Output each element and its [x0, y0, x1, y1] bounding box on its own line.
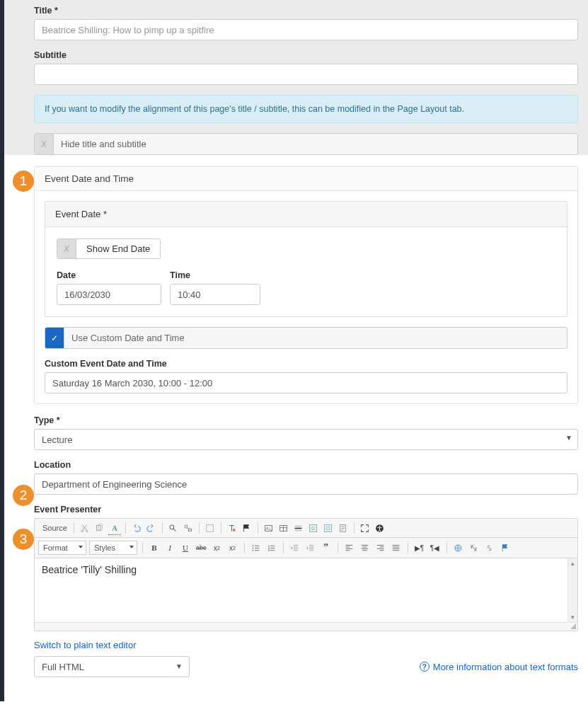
- subtitle-label: Subtitle: [34, 50, 578, 60]
- redo-button[interactable]: [145, 522, 158, 534]
- date-input[interactable]: [57, 284, 161, 305]
- specialchar-button[interactable]: Ω: [307, 522, 320, 534]
- anchor-flag-button[interactable]: [499, 541, 512, 554]
- text-format-info-link[interactable]: ? More information about text formats: [420, 662, 578, 672]
- ltr-button[interactable]: ▶¶: [413, 541, 426, 554]
- show-end-date-toggle[interactable]: X Show End Date: [57, 238, 161, 259]
- use-custom-datetime-toggle[interactable]: ✓ Use Custom Date and Time: [45, 327, 567, 349]
- time-input[interactable]: [170, 284, 260, 305]
- switch-editor-link[interactable]: Switch to plain text editor: [34, 640, 137, 650]
- editor-scrollbar[interactable]: ▴ ▾: [567, 558, 577, 622]
- svg-rect-8: [207, 524, 214, 531]
- link-button[interactable]: [452, 541, 465, 554]
- unlink-icon: [469, 543, 478, 553]
- editor-content[interactable]: Beatrice 'Tilly' Shilling ▴ ▾: [35, 558, 577, 622]
- custom-datetime-label: Custom Event Date and Time: [45, 359, 567, 369]
- svg-point-5: [170, 525, 174, 529]
- type-select[interactable]: Lecture: [34, 429, 578, 450]
- copy-icon: [95, 524, 104, 533]
- alignright-button[interactable]: [374, 541, 387, 554]
- source-button[interactable]: Source: [38, 523, 69, 533]
- show-end-date-checkbox[interactable]: X: [57, 239, 76, 258]
- superscript-button[interactable]: x2: [226, 541, 239, 554]
- date-label: Date: [57, 270, 161, 280]
- replace-button[interactable]: [182, 522, 195, 534]
- title-input[interactable]: [34, 19, 578, 40]
- underline-button[interactable]: U: [179, 541, 192, 554]
- title-label: Title *: [34, 6, 578, 16]
- event-datetime-heading: Event Date and Time: [35, 167, 577, 191]
- selectall-button[interactable]: [204, 522, 217, 534]
- cut-button[interactable]: [79, 522, 91, 534]
- indent-icon: [306, 543, 315, 553]
- alignleft-button[interactable]: [343, 541, 356, 554]
- use-custom-datetime-checkbox[interactable]: ✓: [45, 328, 64, 348]
- image-button[interactable]: [263, 522, 275, 534]
- alignjustify-button[interactable]: [390, 541, 403, 554]
- bold-button[interactable]: B: [148, 541, 161, 554]
- blockquote-button[interactable]: ”: [320, 541, 333, 554]
- spellcheck-button[interactable]: A: [108, 522, 121, 534]
- italic-button[interactable]: I: [163, 541, 176, 554]
- find-button[interactable]: [167, 522, 180, 534]
- numberlist-button[interactable]: 123: [265, 541, 278, 554]
- hr-icon: [294, 524, 303, 533]
- editor-resize-grip[interactable]: [35, 622, 577, 631]
- find-icon: [168, 524, 178, 533]
- outdent-button[interactable]: [289, 541, 301, 554]
- svg-text:Ω: Ω: [311, 525, 315, 530]
- location-input[interactable]: [34, 473, 578, 495]
- iframe-button[interactable]: [322, 522, 335, 534]
- hide-title-checkbox[interactable]: X: [35, 134, 54, 154]
- strike-button[interactable]: abc: [195, 541, 208, 554]
- svg-point-15: [326, 527, 330, 530]
- alignright-icon: [376, 543, 385, 553]
- rtl-button[interactable]: ¶◀: [429, 541, 442, 554]
- scroll-down-icon[interactable]: ▾: [568, 612, 577, 622]
- templates-button[interactable]: [337, 522, 350, 534]
- flag-button[interactable]: [241, 522, 253, 534]
- time-label: Time: [170, 270, 260, 280]
- editor-toolbar-row-1: Source A: [35, 519, 577, 538]
- bulletlist-button[interactable]: [250, 541, 263, 554]
- subscript-button[interactable]: x2: [211, 541, 224, 554]
- indent-button[interactable]: [304, 541, 317, 554]
- subtitle-input[interactable]: [34, 64, 578, 85]
- anchor-icon: [485, 543, 494, 553]
- undo-button[interactable]: [130, 522, 143, 534]
- anchor-button[interactable]: [483, 541, 496, 554]
- editor-toolbar-row-2: Format Styles B I U abc x2 x2 123 ”: [35, 538, 577, 558]
- event-date-panel: Event Date * X Show End Date Date: [45, 201, 567, 317]
- rich-text-editor: Source A: [34, 518, 578, 631]
- removeformat-button[interactable]: [226, 522, 238, 534]
- maximize-button[interactable]: [359, 522, 371, 534]
- format-combo[interactable]: Format: [38, 541, 86, 555]
- removeformat-icon: [227, 524, 236, 533]
- table-button[interactable]: [277, 522, 290, 534]
- show-end-date-label: Show End Date: [76, 239, 160, 258]
- unlink-button[interactable]: [468, 541, 480, 554]
- annotation-marker-3: 3: [13, 529, 34, 550]
- event-date-heading: Event Date *: [45, 202, 567, 227]
- custom-datetime-input[interactable]: [45, 372, 567, 393]
- accessibility-button[interactable]: [374, 522, 386, 534]
- annotation-marker-2: 2: [13, 485, 34, 506]
- hide-title-toggle[interactable]: X Hide title and subtitle: [34, 133, 578, 155]
- redo-icon: [146, 524, 156, 533]
- svg-point-19: [253, 545, 254, 546]
- replace-icon: [183, 524, 192, 533]
- flag-icon: [242, 524, 251, 533]
- text-format-select[interactable]: Full HTML: [34, 656, 190, 677]
- annotation-marker-1: 1: [13, 171, 34, 192]
- styles-combo[interactable]: Styles: [89, 541, 137, 555]
- svg-point-1: [81, 530, 83, 531]
- anchor-flag-icon: [500, 543, 509, 553]
- hr-button[interactable]: [292, 522, 305, 534]
- copy-button[interactable]: [93, 522, 106, 534]
- aligncenter-button[interactable]: [359, 541, 371, 554]
- image-icon: [264, 524, 273, 533]
- main-section: 1 Event Date and Time Event Date * X Sho…: [4, 166, 588, 701]
- chevron-down-icon: [79, 546, 83, 548]
- scroll-up-icon[interactable]: ▴: [568, 558, 577, 568]
- svg-rect-7: [189, 529, 192, 531]
